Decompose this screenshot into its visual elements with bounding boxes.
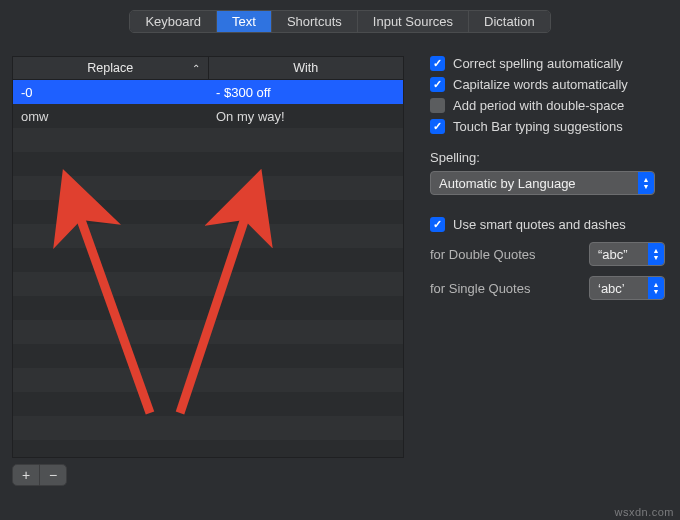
single-quotes-label: for Single Quotes — [430, 281, 579, 296]
spelling-value: Automatic by Language — [439, 176, 638, 191]
table-row-empty[interactable] — [13, 392, 403, 416]
table-row-empty[interactable] — [13, 344, 403, 368]
pref-tabs: Keyboard Text Shortcuts Input Sources Di… — [129, 10, 550, 33]
table-row-empty[interactable] — [13, 296, 403, 320]
table-row-empty[interactable] — [13, 248, 403, 272]
double-quotes-row: for Double Quotes “abc” ▲▼ — [430, 242, 665, 266]
table-row-empty[interactable] — [13, 128, 403, 152]
spelling-popup[interactable]: Automatic by Language ▲▼ — [430, 171, 655, 195]
watermark: wsxdn.com — [614, 506, 674, 518]
double-quotes-label: for Double Quotes — [430, 247, 579, 262]
table-row-empty[interactable] — [13, 224, 403, 248]
table-row-empty[interactable] — [13, 176, 403, 200]
col-with-label: With — [293, 61, 318, 75]
tab-shortcuts[interactable]: Shortcuts — [272, 11, 358, 32]
check-double-space[interactable]: ✓ Add period with double-space — [430, 98, 665, 113]
checkbox-icon: ✓ — [430, 98, 445, 113]
table-row-empty[interactable] — [13, 368, 403, 392]
single-quotes-row: for Single Quotes ‘abc’ ▲▼ — [430, 276, 665, 300]
cell-with[interactable]: On my way! — [208, 109, 403, 124]
chevron-up-down-icon: ▲▼ — [638, 172, 654, 194]
check-capitalize-words[interactable]: ✓ Capitalize words automatically — [430, 77, 665, 92]
table-row-empty[interactable] — [13, 320, 403, 344]
checkbox-icon: ✓ — [430, 119, 445, 134]
table-header: Replace ⌃ With — [13, 57, 403, 80]
replacements-table[interactable]: Replace ⌃ With -0- $300 offomwOn my way! — [12, 56, 404, 458]
tab-dictation[interactable]: Dictation — [469, 11, 550, 32]
table-row-empty[interactable] — [13, 200, 403, 224]
table-row[interactable]: -0- $300 off — [13, 80, 403, 104]
col-with[interactable]: With — [209, 57, 404, 79]
spelling-label: Spelling: — [430, 150, 665, 165]
pref-tabbar: Keyboard Text Shortcuts Input Sources Di… — [0, 10, 680, 33]
checkbox-icon: ✓ — [430, 56, 445, 71]
tab-input-sources[interactable]: Input Sources — [358, 11, 469, 32]
single-quotes-value: ‘abc’ — [598, 281, 648, 296]
check-label: Capitalize words automatically — [453, 77, 628, 92]
table-row-empty[interactable] — [13, 416, 403, 440]
check-touch-bar[interactable]: ✓ Touch Bar typing suggestions — [430, 119, 665, 134]
col-replace[interactable]: Replace ⌃ — [13, 57, 209, 79]
check-label: Touch Bar typing suggestions — [453, 119, 623, 134]
cell-replace[interactable]: omw — [13, 109, 208, 124]
table-body: -0- $300 offomwOn my way! — [13, 80, 403, 458]
check-smart-quotes[interactable]: ✓ Use smart quotes and dashes — [430, 217, 665, 232]
cell-replace[interactable]: -0 — [13, 85, 208, 100]
table-footer-buttons: + − — [12, 464, 67, 486]
tab-keyboard[interactable]: Keyboard — [130, 11, 217, 32]
table-row-empty[interactable] — [13, 152, 403, 176]
chevron-up-down-icon: ▲▼ — [648, 243, 664, 265]
single-quotes-popup[interactable]: ‘abc’ ▲▼ — [589, 276, 665, 300]
double-quotes-value: “abc” — [598, 247, 648, 262]
table-row-empty[interactable] — [13, 272, 403, 296]
chevron-up-down-icon: ▲▼ — [648, 277, 664, 299]
add-button[interactable]: + — [12, 464, 40, 486]
sort-indicator-icon: ⌃ — [192, 63, 200, 74]
check-label: Correct spelling automatically — [453, 56, 623, 71]
checkbox-icon: ✓ — [430, 217, 445, 232]
options-pane: ✓ Correct spelling automatically ✓ Capit… — [430, 56, 665, 300]
table-row[interactable]: omwOn my way! — [13, 104, 403, 128]
double-quotes-popup[interactable]: “abc” ▲▼ — [589, 242, 665, 266]
remove-button[interactable]: − — [40, 464, 67, 486]
cell-with[interactable]: - $300 off — [208, 85, 403, 100]
tab-text[interactable]: Text — [217, 11, 272, 32]
check-correct-spelling[interactable]: ✓ Correct spelling automatically — [430, 56, 665, 71]
check-label: Add period with double-space — [453, 98, 624, 113]
checkbox-icon: ✓ — [430, 77, 445, 92]
col-replace-label: Replace — [87, 61, 133, 75]
check-label: Use smart quotes and dashes — [453, 217, 626, 232]
